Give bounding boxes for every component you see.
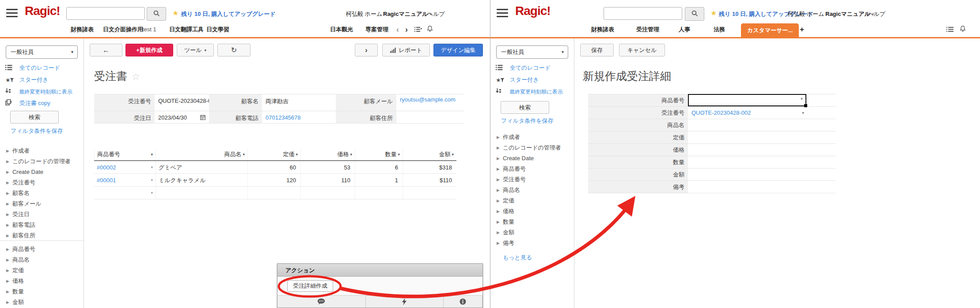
manual-menu[interactable]: Ragicマニュアル∨ bbox=[383, 10, 432, 18]
search-input[interactable] bbox=[66, 7, 145, 20]
manual-menu[interactable]: Ragicマニュアル∨ bbox=[825, 10, 874, 18]
order-no-value[interactable]: QUOTE-20230428-002 bbox=[155, 94, 209, 111]
calendar-icon[interactable] bbox=[200, 115, 205, 121]
search-button[interactable] bbox=[685, 7, 704, 21]
back-button[interactable]: ← bbox=[90, 44, 122, 56]
sidebar-item-sheet-copy[interactable]: 受注書 copy bbox=[5, 98, 50, 108]
info-icon[interactable] bbox=[444, 296, 482, 308]
qty-cell[interactable]: 1 bbox=[355, 174, 403, 186]
amount-field[interactable] bbox=[688, 169, 836, 180]
price-field[interactable] bbox=[688, 144, 836, 156]
sidebar-search-button[interactable]: 検索 bbox=[10, 111, 59, 124]
sidebar-item-all-records[interactable]: 全てのレコード bbox=[496, 63, 551, 73]
column-header[interactable]: 商品名▾ bbox=[156, 149, 247, 160]
sidebar-search-button[interactable]: 検索 bbox=[501, 101, 549, 114]
help-menu[interactable]: ヘルプ bbox=[868, 10, 885, 18]
next-record-button[interactable]: › bbox=[355, 44, 378, 56]
new-tab-icon[interactable]: + bbox=[800, 22, 804, 37]
column-header[interactable]: 金額▾ bbox=[403, 149, 456, 160]
list-price-cell[interactable] bbox=[247, 187, 300, 199]
comment-icon[interactable] bbox=[277, 296, 366, 308]
sheet-tab[interactable]: test 1 bbox=[142, 22, 156, 37]
item-name-cell[interactable] bbox=[156, 187, 247, 199]
hamburger-menu-icon[interactable] bbox=[497, 9, 508, 17]
hamburger-menu-icon[interactable] bbox=[6, 9, 18, 17]
column-header[interactable]: 商品番号▾ bbox=[94, 149, 156, 160]
save-filter-link[interactable]: フィルタ条件を保存 bbox=[11, 127, 63, 135]
item-code-cell[interactable]: #00001▾ bbox=[94, 174, 156, 186]
filter-item[interactable]: ▶顧客住所 bbox=[6, 230, 82, 241]
column-header[interactable]: 価格▾ bbox=[300, 149, 355, 160]
filter-item[interactable]: ▶顧客メール bbox=[6, 199, 82, 209]
sort-caret-icon[interactable]: ▾ bbox=[151, 149, 153, 160]
qty-field[interactable] bbox=[688, 156, 836, 168]
sidebar-item-sorted[interactable]: 最終変更時刻順に表示 bbox=[5, 87, 72, 97]
filter-item[interactable]: ▶価格 bbox=[497, 206, 572, 217]
ragic-logo[interactable]: Ragic! bbox=[25, 4, 60, 18]
filter-item[interactable]: ▶受注番号 bbox=[6, 177, 82, 188]
sheet-tab[interactable]: 日文學習 bbox=[206, 22, 229, 37]
sort-caret-icon[interactable]: ▾ bbox=[398, 149, 400, 160]
more-filters-link[interactable]: もっと見る bbox=[503, 254, 532, 262]
save-filter-link[interactable]: フィルタ条件を保存 bbox=[501, 117, 554, 125]
design-button[interactable]: デザイン編集 bbox=[433, 44, 483, 56]
item-code-cell[interactable]: ▾ bbox=[94, 187, 156, 199]
list-price-cell[interactable]: 60 bbox=[247, 161, 300, 173]
filter-item[interactable]: ▶受注日 bbox=[6, 209, 82, 220]
role-selector[interactable]: 一般社員▾ bbox=[6, 45, 78, 59]
item-code-cell[interactable]: #00002▾ bbox=[94, 161, 156, 173]
price-cell[interactable] bbox=[300, 187, 355, 199]
item-name-field[interactable] bbox=[688, 119, 836, 131]
combo-caret-icon[interactable]: ▾ bbox=[801, 96, 803, 101]
price-cell[interactable]: 110 bbox=[300, 174, 355, 186]
bell-icon[interactable] bbox=[427, 22, 433, 37]
bell-icon[interactable] bbox=[960, 22, 966, 37]
qty-cell[interactable] bbox=[355, 187, 403, 199]
list-price-cell[interactable]: 120 bbox=[247, 174, 300, 186]
customer-phone-value[interactable]: 07012345678 bbox=[262, 111, 336, 124]
filter-item[interactable]: ▶定価 bbox=[6, 265, 82, 276]
filter-item[interactable]: ▶Create Date bbox=[497, 153, 572, 164]
filter-item[interactable]: ▶顧客電話 bbox=[6, 220, 82, 230]
sidebar-item-starred[interactable]: ★ スター付き bbox=[5, 75, 49, 85]
filter-item[interactable]: ▶このレコードの管理者 bbox=[6, 156, 82, 167]
filter-item[interactable]: ▶商品番号 bbox=[6, 244, 82, 255]
row-caret-icon[interactable]: ▾ bbox=[151, 162, 153, 173]
amount-cell[interactable]: $318 bbox=[403, 161, 456, 173]
filter-item[interactable]: ▶商品番号 bbox=[497, 164, 572, 174]
filter-item[interactable]: ▶数量 bbox=[497, 217, 572, 227]
order-no-field[interactable]: QUOTE-20230428-002 ▾ bbox=[688, 107, 836, 119]
refresh-button[interactable]: ↻ bbox=[217, 44, 251, 56]
ragic-logo[interactable]: Ragic! bbox=[515, 4, 551, 18]
list-price-field[interactable] bbox=[688, 131, 836, 143]
sheet-tab[interactable]: 日文翻譯工具 bbox=[169, 22, 204, 37]
sheet-tab[interactable]: 人事 bbox=[679, 22, 690, 37]
new-record-button[interactable]: +新規作成 bbox=[125, 44, 173, 56]
create-order-detail-button[interactable]: 受注詳細作成 bbox=[287, 280, 333, 292]
combo-caret-icon[interactable]: ▾ bbox=[802, 107, 804, 119]
search-input[interactable] bbox=[604, 7, 682, 20]
row-caret-icon[interactable]: ▾ bbox=[151, 187, 153, 199]
tools-button[interactable]: ツール▾ bbox=[177, 44, 214, 56]
customer-email-value[interactable]: ryoutsu@sample.com bbox=[396, 94, 463, 111]
cancel-button[interactable]: キャンセル bbox=[619, 44, 665, 56]
filter-item[interactable]: ▶金額 bbox=[497, 227, 572, 238]
favorite-star-icon[interactable]: ☆ bbox=[132, 71, 140, 82]
filter-item[interactable]: ▶備考 bbox=[497, 238, 572, 248]
filter-item[interactable]: ▶商品名 bbox=[497, 185, 572, 195]
quick-action-icon[interactable] bbox=[366, 296, 444, 308]
filter-item[interactable]: ▶金額 bbox=[6, 297, 82, 308]
sheet-list-icon[interactable] bbox=[946, 22, 954, 37]
sort-caret-icon[interactable]: ▾ bbox=[452, 149, 454, 160]
qty-cell[interactable]: 6 bbox=[355, 161, 403, 173]
sheet-tab[interactable]: 財務諸表 bbox=[591, 22, 614, 37]
customer-name-value[interactable]: 両津勘吉 bbox=[262, 94, 336, 111]
notes-field[interactable] bbox=[688, 181, 836, 193]
amount-cell[interactable]: $110 bbox=[403, 174, 456, 186]
filter-item[interactable]: ▶Create Date bbox=[6, 167, 82, 177]
filter-item[interactable]: ▶価格 bbox=[6, 276, 82, 286]
help-menu[interactable]: ヘルプ bbox=[427, 10, 445, 18]
filter-item[interactable]: ▶このレコードの管理者 bbox=[497, 143, 572, 153]
sidebar-item-starred[interactable]: ★ スター付き bbox=[496, 75, 539, 85]
customer-address-value[interactable] bbox=[396, 111, 463, 124]
